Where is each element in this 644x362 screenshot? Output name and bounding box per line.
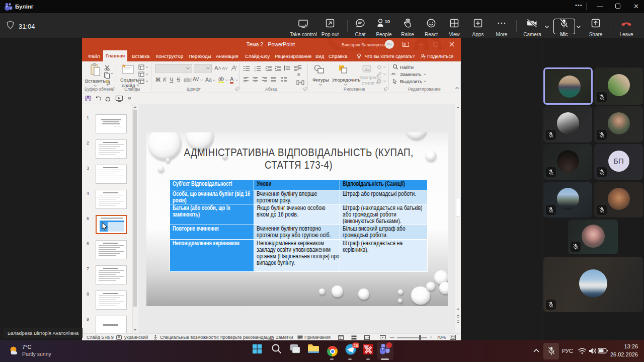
svg-text:10: 10 [385,19,390,24]
svg-text:PDF: PDF [364,345,369,348]
svg-text:28: 28 [354,343,358,348]
svg-text:3: 3 [255,69,256,72]
